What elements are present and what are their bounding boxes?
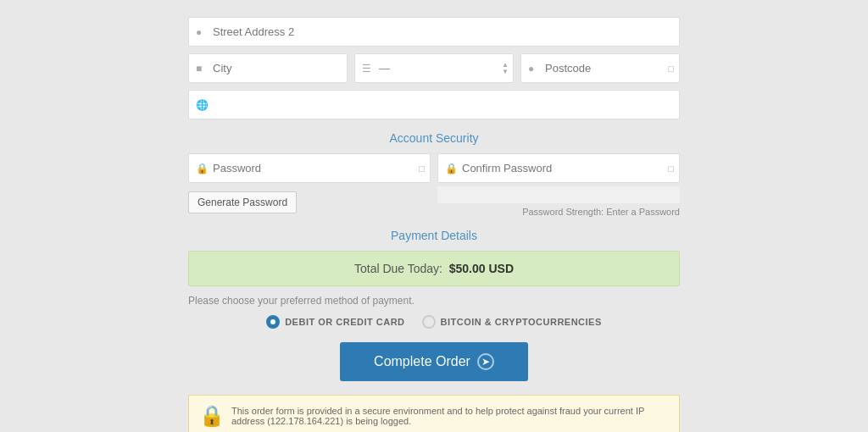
security-lock-icon: 🔒 — [199, 404, 225, 428]
country-input[interactable]: United States — [188, 90, 680, 119]
password-wrapper: 🔒 □ — [188, 153, 431, 183]
state-wrapper: ☰ — ▲▼ — [354, 53, 514, 83]
crypto-radio[interactable] — [422, 315, 436, 329]
password-row: 🔒 □ Generate Password 🔒 □ Password Stren… — [188, 153, 680, 217]
postcode-input[interactable] — [520, 53, 680, 83]
total-label: Total Due Today: — [354, 262, 442, 275]
confirm-password-wrapper: 🔒 □ — [437, 153, 680, 183]
postcode-col: ● □ — [520, 53, 680, 83]
security-notice-text: This order form is provided in a secure … — [231, 406, 644, 426]
complete-order-button[interactable]: Complete Order ➤ — [340, 342, 528, 381]
complete-order-label: Complete Order — [374, 354, 470, 369]
postcode-wrapper: ● □ — [520, 53, 680, 83]
total-amount: $50.00 USD — [449, 262, 514, 275]
total-bar: Total Due Today: $50.00 USD — [188, 251, 680, 286]
country-row: 🌐 United States — [188, 90, 680, 119]
card-option[interactable]: DEBIT OR CREDIT CARD — [266, 315, 404, 329]
security-notice: 🔒 This order form is provided in a secur… — [188, 395, 680, 432]
city-col: ■ — [188, 53, 348, 83]
street-address-2-wrapper: ● — [188, 17, 680, 47]
state-col: ☰ — ▲▼ — [354, 53, 514, 83]
confirm-password-col: 🔒 □ Password Strength: Enter a Password — [437, 153, 680, 217]
card-option-label: DEBIT OR CREDIT CARD — [285, 317, 404, 327]
city-wrapper: ■ — [188, 53, 348, 83]
confirm-password-input[interactable] — [437, 153, 680, 183]
payment-options: DEBIT OR CREDIT CARD BITCOIN & CRYPTOCUR… — [188, 315, 680, 329]
payment-section: Payment Details Total Due Today: $50.00 … — [188, 229, 680, 432]
password-col: 🔒 □ Generate Password — [188, 153, 431, 217]
crypto-option-label: BITCOIN & CRYPTOCURRENCIES — [441, 317, 602, 327]
payment-title: Payment Details — [188, 229, 680, 242]
street-address-2-input[interactable] — [188, 17, 680, 47]
card-radio[interactable] — [266, 315, 280, 329]
payment-note: Please choose your preferred method of p… — [188, 295, 680, 307]
postcode-expand-icon[interactable]: □ — [668, 64, 674, 74]
city-input[interactable] — [188, 53, 348, 83]
password-input[interactable] — [188, 153, 431, 183]
state-select[interactable]: — — [354, 53, 514, 83]
confirm-password-expand-icon[interactable]: □ — [668, 163, 674, 174]
arrow-circle-icon: ➤ — [477, 353, 494, 370]
country-wrapper: 🌐 United States — [188, 90, 680, 119]
street-address-2-row: ● — [188, 17, 680, 47]
crypto-option[interactable]: BITCOIN & CRYPTOCURRENCIES — [422, 315, 602, 329]
password-strength-text: Password Strength: Enter a Password — [437, 207, 680, 217]
city-state-post-row: ■ ☰ — ▲▼ ● □ — [188, 53, 680, 83]
account-security-title: Account Security — [188, 131, 680, 145]
password-expand-icon[interactable]: □ — [419, 163, 425, 174]
generate-password-button[interactable]: Generate Password — [188, 191, 297, 213]
